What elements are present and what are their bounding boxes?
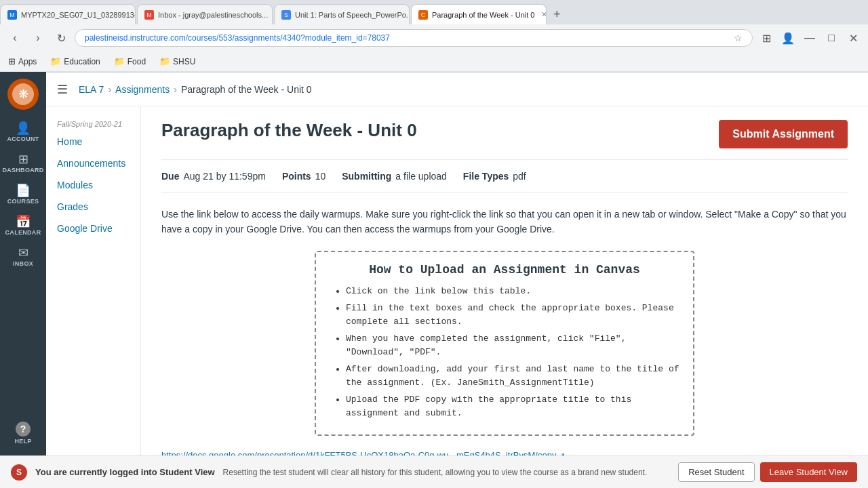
calendar-icon: 📅 [16,216,31,228]
sidebar-item-inbox[interactable]: ✉ Inbox [0,243,46,271]
hamburger-button[interactable]: ☰ [57,82,68,97]
sidebar-item-inbox-label: Inbox [13,260,33,267]
breadcrumb-separator-1: › [108,84,111,95]
file-types-label: File Types [463,171,509,182]
student-view-icon: S [11,464,27,481]
browser-tab-3[interactable]: S Unit 1: Parts of Speech_PowerPo... ✕ [274,4,410,24]
sidebar-item-courses-label: Courses [7,198,39,205]
profile-button[interactable]: 👤 [778,28,797,47]
submitting-value: a file upload [395,171,447,182]
refresh-button[interactable]: ↻ [52,28,71,47]
box-title: How to Upload an Assignment in Canvas [330,263,679,277]
canvas-sidebar: ❋ 👤 Account ⊞ Dashboard 📄 Courses 📅 Cale… [0,73,46,455]
canvas-logo[interactable]: ❋ [7,79,39,110]
sidebar-item-account[interactable]: 👤 Account [0,118,46,146]
bookmark-shsu[interactable]: 📁 SHSU [157,55,198,68]
assignment-header: Paragraph of the Week - Unit 0 Submit As… [161,120,848,148]
bookmark-apps-label: Apps [18,57,37,66]
browser-tabs: M MYPTX20_SEG07_U1_032899134... ✕ M Inbo… [0,0,868,24]
file-types-value: pdf [513,171,526,182]
sidebar-item-account-label: Account [7,136,39,142]
tab-2-label: Inbox - jgray@palestineschools... [158,11,268,19]
browser-tab-1[interactable]: M MYPTX20_SEG07_U1_032899134... ✕ [0,4,136,24]
meta-due: Due Aug 21 by 11:59pm [161,171,266,182]
address-text: palestineisd.instructure.com/courses/553… [85,33,734,43]
address-bar[interactable]: palestineisd.instructure.com/courses/553… [75,29,753,47]
meta-points: Points 10 [282,171,326,182]
tab-4-label: Paragraph of the Week - Unit 0 [432,11,534,19]
maximize-button[interactable]: □ [822,28,841,47]
assignment-meta: Due Aug 21 by 11:59pm Points 10 Submitti… [161,159,848,193]
tab-4-close[interactable]: ✕ [541,10,547,19]
account-icon: 👤 [16,122,31,134]
tab-3-favicon: S [281,10,291,20]
sidebar-item-courses[interactable]: 📄 Courses [0,180,46,209]
sidebar-item-calendar[interactable]: 📅 Calendar [0,211,46,240]
submit-assignment-button[interactable]: Submit Assignment [719,120,848,148]
points-value: 10 [315,171,326,182]
sidebar-item-calendar-label: Calendar [5,229,41,236]
due-value: Aug 21 by 11:59pm [183,171,265,182]
bookmark-education[interactable]: 📁 Education [47,55,102,68]
browser-tab-2[interactable]: M Inbox - jgray@palestineschools... ✕ [137,4,273,24]
student-view-main-text: You are currently logged into Student Vi… [35,467,215,477]
box-list-item-3: When you have completed the assignment, … [346,332,679,359]
breadcrumb: ELA 7 › Assignments › Paragraph of the W… [79,84,312,95]
meta-file-types: File Types pdf [463,171,526,182]
breadcrumb-separator-2: › [174,84,177,95]
bookmarks-bar: ⊞ Apps 📁 Education 📁 Food 📁 SHSU [0,52,868,72]
course-term-label: Fall/Spring 2020-21 [46,117,140,131]
bookmark-apps[interactable]: ⊞ Apps [5,55,39,68]
course-nav-modules[interactable]: Modules [46,174,140,196]
breadcrumb-course[interactable]: ELA 7 [79,84,104,95]
inbox-icon: ✉ [18,247,28,259]
submitting-label: Submitting [342,171,391,182]
points-label: Points [282,171,311,182]
extensions-button[interactable]: ⊞ [757,28,776,47]
sidebar-item-dashboard[interactable]: ⊞ Dashboard [0,149,46,178]
sidebar-item-dashboard-label: Dashboard [2,167,43,174]
apps-grid-icon: ⊞ [8,56,16,66]
tab-1-favicon: M [7,10,17,20]
education-folder-icon: 📁 [50,56,61,66]
meta-submitting: Submitting a file upload [342,171,447,182]
box-list-item-4: After downloading, add your first and la… [346,363,679,389]
bookmark-education-label: Education [64,57,100,66]
bookmark-food[interactable]: 📁 Food [111,55,149,68]
bookmark-food-label: Food [127,57,146,66]
course-nav-home[interactable]: Home [46,131,140,152]
leave-student-view-button[interactable]: Leave Student View [760,462,857,482]
browser-controls: ‹ › ↻ palestineisd.instructure.com/cours… [0,24,868,52]
course-nav-grades[interactable]: Grades [46,196,140,218]
browser-tab-4[interactable]: C Paragraph of the Week - Unit 0 ✕ [411,4,547,24]
course-nav-google-drive[interactable]: Google Drive [46,218,140,239]
bookmark-shsu-label: SHSU [173,57,195,66]
course-nav-announcements[interactable]: Announcements [46,152,140,174]
course-layout: Fall/Spring 2020-21 Home Announcements M… [46,106,868,488]
canvas-logo-icon: ❋ [12,83,34,105]
box-list-item-2: Fill in the text boxes and check the app… [346,302,679,328]
sidebar-item-help-label: Help [14,438,31,445]
box-list: Click on the link below this table. Fill… [330,285,679,420]
back-button[interactable]: ‹ [5,28,24,47]
new-tab-button[interactable]: + [548,7,566,22]
canvas-header-bar: ☰ ELA 7 › Assignments › Paragraph of the… [46,73,868,106]
instructions-box: How to Upload an Assignment in Canvas Cl… [315,251,694,436]
minimize-button[interactable]: — [800,28,819,47]
shsu-folder-icon: 📁 [159,56,170,66]
assignment-instructions: Use the link below to access the daily w… [161,207,848,237]
tab-3-label: Unit 1: Parts of Speech_PowerPo... [295,11,410,19]
close-button[interactable]: ✕ [844,28,863,47]
tab-4-favicon: C [418,10,428,20]
student-view-actions: Reset Student Leave Student View [678,462,857,482]
reset-student-button[interactable]: Reset Student [678,462,754,482]
browser-actions: ⊞ 👤 — □ ✕ [757,28,863,47]
breadcrumb-current: Paragraph of the Week - Unit 0 [181,84,312,95]
bookmark-star-icon[interactable]: ☆ [734,33,743,43]
canvas-main: ☰ ELA 7 › Assignments › Paragraph of the… [46,73,868,488]
sidebar-item-help[interactable]: ? Help [0,418,46,449]
due-label: Due [161,171,179,182]
tab-2-favicon: M [144,10,154,20]
breadcrumb-assignments[interactable]: Assignments [115,84,170,95]
forward-button[interactable]: › [28,28,47,47]
